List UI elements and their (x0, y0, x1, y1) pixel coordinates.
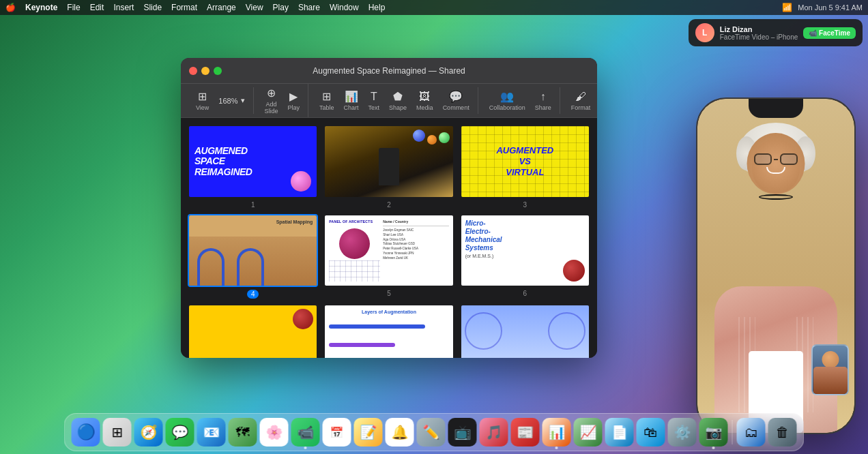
menu-window[interactable]: Window (330, 3, 359, 12)
slide2-figure (379, 148, 399, 185)
toolbar-collaboration-btn[interactable]: 👥 Collaboration (485, 87, 530, 114)
slide-item-3[interactable]: Augmented VS Virtual 3 (460, 125, 590, 209)
toolbar-play-btn[interactable]: ▶ Play (284, 87, 304, 114)
slide-item-1[interactable]: AUGMENED SPACE REIMAGINED 1 (188, 125, 318, 209)
toolbar-shape-btn[interactable]: ⬟ Shape (385, 87, 411, 114)
dock-pages[interactable]: 📄 (605, 418, 634, 447)
dock-files[interactable]: 🗂 (737, 418, 766, 447)
maximize-button[interactable]: + (214, 67, 222, 75)
dock-freeform[interactable]: ✏️ (417, 418, 446, 447)
notification-avatar: L (695, 23, 714, 42)
slide-item-6[interactable]: Micro-Electro-MechanicalSystems (or M.E.… (460, 214, 590, 299)
toolbar-animate-btn[interactable]: ✨ Animate (596, 87, 597, 114)
menu-format[interactable]: Format (171, 3, 197, 12)
dock-reminders[interactable]: 🔔 (386, 418, 414, 447)
dock-mail[interactable]: 📧 (197, 418, 226, 447)
dock-messages[interactable]: 💬 (166, 418, 194, 447)
menu-slide[interactable]: Slide (143, 3, 162, 12)
slide6-subtitle: (or M.E.M.S.) (465, 254, 563, 259)
toolbar-addslide-btn[interactable]: ⊕ Add Slide (261, 84, 283, 117)
slide5-header: Name / Country (383, 220, 448, 227)
comment-icon: 💬 (449, 90, 463, 103)
dock-safari[interactable]: 🧭 (134, 418, 163, 447)
slide1-title: AUGMENED SPACE REIMAGINED (194, 146, 311, 177)
slide-number-3: 3 (523, 201, 527, 209)
dock-systemprefs[interactable]: ⚙️ (668, 418, 697, 447)
facetime-answer-button[interactable]: 📹 FaceTime (803, 27, 856, 39)
clock: Mon Jun 5 9:41 AM (798, 3, 863, 12)
desktop: 🍎 Keynote File Edit Insert Slide Format … (0, 0, 868, 454)
dock-keynote[interactable]: 📊 (542, 418, 571, 447)
slide-item-9[interactable]: PHYSICALAUGMENTEDVIRTUAL 9 (460, 304, 590, 358)
dock-appletv[interactable]: 📺 (448, 418, 477, 447)
apple-menu[interactable]: 🍎 (5, 3, 16, 12)
keynote-toolbar: ⊞ View 168% ▾ ⊕ Add Slide ▶ Play (181, 84, 597, 118)
menu-arrange[interactable]: Arrange (207, 3, 236, 12)
menu-play[interactable]: Play (273, 3, 289, 12)
slide-number-6: 6 (523, 290, 527, 297)
dock-trash[interactable]: 🗑 (768, 418, 797, 447)
dock: 🔵 ⊞ 🧭 💬 📧 🗺 🌸 📹 📅 (64, 413, 805, 451)
dock-dot-keynote (555, 447, 558, 449)
toolbar-view-btn[interactable]: ⊞ View (192, 87, 213, 114)
zoom-chevron: ▾ (241, 96, 245, 105)
slide-thumbnail-6: Micro-Electro-MechanicalSystems (or M.E.… (460, 214, 590, 288)
dock-facetime[interactable]: 📹 (291, 418, 320, 447)
slide-item-2[interactable]: 2 (323, 125, 454, 209)
dock-music[interactable]: 🎵 (480, 418, 508, 447)
wifi-icon: 📶 (782, 3, 792, 12)
facetime-notification[interactable]: L Liz Dizan FaceTime Video – iPhone 📹 Fa… (689, 19, 863, 46)
slide-item-8[interactable]: Layers of Augmentation (323, 304, 454, 358)
dock-appstore[interactable]: 🛍 (637, 418, 665, 447)
toolbar-share-btn[interactable]: ↑ Share (531, 88, 555, 114)
slide-thumbnail-5: PANEL OF ARCHITECTS Name / Country Jocel… (323, 214, 454, 288)
zoom-value: 168% (218, 97, 237, 105)
slide8-bar-fill-1 (329, 324, 424, 329)
menu-view[interactable]: View (246, 3, 263, 12)
slide5-ball (339, 228, 370, 259)
dock-maps[interactable]: 🗺 (229, 418, 257, 447)
glasses-left-lens (754, 153, 772, 165)
toolbar-comment-btn[interactable]: 💬 Comment (439, 87, 474, 114)
iphone-notch (749, 99, 803, 118)
slide8-title: Layers of Augmentation (329, 309, 448, 314)
dock-photos[interactable]: 🌸 (260, 418, 289, 447)
toolbar-media-btn[interactable]: 🖼 Media (412, 88, 437, 114)
menu-file[interactable]: File (67, 3, 80, 12)
close-button[interactable]: × (189, 67, 197, 75)
slide-item-7[interactable]: AUGO 7 (188, 304, 318, 358)
dock-finder[interactable]: 🔵 (72, 418, 100, 447)
menu-insert[interactable]: Insert (113, 3, 134, 12)
toolbar-group-add: ⊕ Add Slide ▶ Play (257, 84, 309, 117)
menu-help[interactable]: Help (368, 3, 386, 12)
dock-calendar[interactable]: 📅 (323, 418, 351, 447)
toolbar-group-format: 🖌 Format ✨ Animate 📄 Document (563, 87, 597, 114)
menu-share[interactable]: Share (298, 3, 320, 12)
slide-thumbnail-4: Spatial Mapping (188, 214, 318, 288)
slide2-shapes (413, 130, 450, 145)
dock-facetime2[interactable]: 📷 (699, 418, 728, 447)
slide-item-4[interactable]: Spatial Mapping 4 (188, 214, 318, 299)
minimize-button[interactable]: − (201, 67, 209, 75)
format-icon: 🖌 (575, 91, 586, 103)
toolbar-chart-btn[interactable]: 📊 Chart (340, 87, 363, 114)
dock-notes[interactable]: 📝 (354, 418, 383, 447)
app-name[interactable]: Keynote (25, 3, 57, 12)
dock-news[interactable]: 📰 (511, 418, 540, 447)
slide-item-5[interactable]: PANEL OF ARCHITECTS Name / Country Jocel… (323, 214, 454, 299)
necklace (759, 194, 793, 200)
zoom-control[interactable]: 168% ▾ (214, 96, 248, 105)
glasses-bridge (774, 159, 778, 160)
dock-separator (732, 420, 733, 444)
dock-launchpad[interactable]: ⊞ (103, 418, 132, 447)
slide7-circle (293, 309, 313, 329)
slide-number-2: 2 (387, 201, 391, 209)
slide-number-1: 1 (251, 201, 255, 209)
slide-grid-container[interactable]: AUGMENED SPACE REIMAGINED 1 (181, 118, 597, 358)
menu-edit[interactable]: Edit (90, 3, 104, 12)
slide3-text: Augmented VS Virtual (496, 145, 553, 177)
toolbar-table-btn[interactable]: ⊞ Table (315, 87, 338, 114)
toolbar-format-btn[interactable]: 🖌 Format (567, 88, 595, 114)
toolbar-text-btn[interactable]: T Text (364, 88, 384, 114)
dock-numbers[interactable]: 📈 (574, 418, 603, 447)
